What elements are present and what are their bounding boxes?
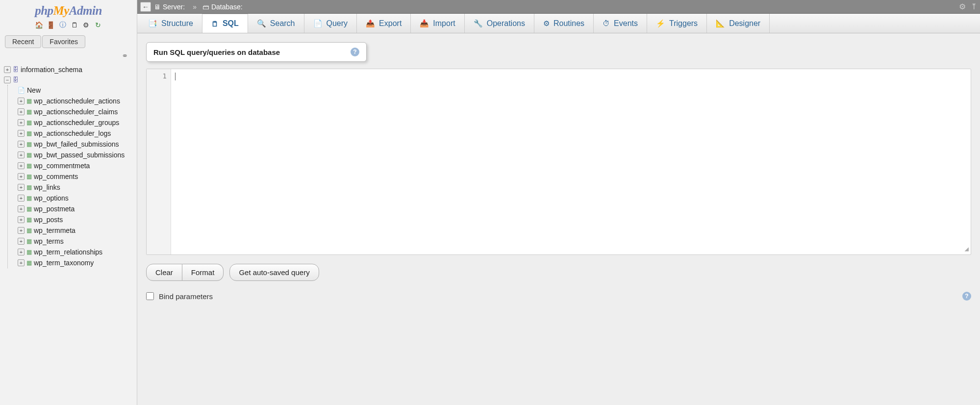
bind-parameters-row: Bind parameters ?: [146, 292, 971, 301]
tab-icon: 📐: [716, 19, 725, 28]
db-node-information-schema[interactable]: + 🗄 information_schema: [4, 64, 137, 75]
table-icon: ▦: [26, 141, 32, 148]
table-icon: ▦: [26, 98, 32, 104]
expand-icon[interactable]: +: [18, 216, 25, 223]
resize-handle-icon[interactable]: ◢: [965, 245, 969, 253]
table-row[interactable]: +▦wp_comments: [18, 171, 137, 182]
cursor-icon: [175, 73, 176, 80]
clear-button[interactable]: Clear: [146, 264, 182, 281]
table-label: wp_term_relationships: [34, 248, 102, 256]
table-row[interactable]: +▦wp_term_relationships: [18, 247, 137, 257]
expand-icon[interactable]: +: [18, 108, 25, 115]
expand-icon[interactable]: +: [18, 259, 25, 266]
expand-icon[interactable]: +: [4, 66, 11, 73]
table-label: wp_actionscheduler_logs: [34, 129, 111, 137]
table-row[interactable]: +▦wp_actionscheduler_actions: [18, 96, 137, 106]
new-table[interactable]: 📄 New: [18, 85, 137, 96]
table-icon: ▦: [26, 108, 32, 115]
favorites-button[interactable]: Favorites: [42, 35, 85, 48]
get-autosaved-button[interactable]: Get auto-saved query: [229, 264, 319, 281]
expand-icon[interactable]: +: [18, 227, 25, 234]
back-button[interactable]: ←: [140, 2, 151, 12]
table-row[interactable]: +▦wp_bwt_passed_submissions: [18, 150, 137, 160]
tab-sql[interactable]: 🗒SQL: [202, 14, 248, 33]
table-label: wp_term_taxonomy: [34, 259, 94, 267]
expand-icon[interactable]: +: [18, 249, 25, 255]
settings-icon[interactable]: ⚙: [82, 21, 91, 29]
expand-icon[interactable]: +: [18, 98, 25, 104]
bind-parameters-checkbox[interactable]: [146, 292, 154, 300]
table-label: wp_commentmeta: [34, 162, 90, 170]
tab-events[interactable]: ⏱Events: [594, 14, 647, 33]
db-label: information_schema: [21, 66, 82, 74]
db-tree: + 🗄 information_schema − 🗄 📄 New +▦wp_ac…: [0, 64, 137, 268]
tab-routines[interactable]: ⚙Routines: [534, 14, 594, 33]
expand-icon[interactable]: +: [18, 173, 25, 180]
expand-icon[interactable]: +: [18, 152, 25, 158]
format-button[interactable]: Format: [182, 264, 224, 281]
expand-icon[interactable]: +: [18, 238, 25, 245]
table-row[interactable]: +▦wp_term_taxonomy: [18, 257, 137, 268]
table-row[interactable]: +▦wp_actionscheduler_claims: [18, 106, 137, 117]
table-icon: ▦: [26, 205, 32, 212]
table-row[interactable]: +▦wp_commentmeta: [18, 160, 137, 171]
expand-icon[interactable]: +: [18, 119, 25, 126]
table-row[interactable]: +▦wp_postmeta: [18, 203, 137, 214]
collapse-top-icon[interactable]: ⤒: [971, 2, 977, 11]
tab-triggers[interactable]: ⚡Triggers: [647, 14, 707, 33]
database-icon: 🗄: [13, 76, 19, 83]
expand-icon[interactable]: +: [18, 162, 25, 169]
link-icon[interactable]: ⚭: [122, 51, 128, 60]
tab-icon: ⏱: [603, 19, 610, 27]
tab-operations[interactable]: 🔧Operations: [465, 14, 534, 33]
help-icon[interactable]: ?: [351, 48, 359, 56]
tab-search[interactable]: 🔍Search: [248, 14, 304, 33]
table-row[interactable]: +▦wp_links: [18, 182, 137, 193]
sql-editor[interactable]: 1 ◢: [146, 69, 971, 255]
tab-structure[interactable]: 📑Structure: [139, 14, 202, 33]
table-row[interactable]: +▦wp_actionscheduler_logs: [18, 128, 137, 139]
main: ← 🖥 Server: » 🗃 Database: ⚙ ⤒ 📑Structure…: [137, 0, 980, 405]
exit-icon[interactable]: 🚪: [47, 21, 55, 29]
logo[interactable]: phpMyAdmin: [0, 0, 137, 20]
db-label: Database:: [211, 3, 243, 11]
table-label: wp_terms: [34, 237, 64, 245]
tab-label: Search: [270, 19, 295, 28]
server-icon: 🖥: [154, 3, 161, 11]
breadcrumb-database[interactable]: 🗃 Database:: [202, 3, 245, 11]
db-node-current[interactable]: − 🗄: [4, 75, 137, 85]
table-row[interactable]: +▦wp_actionscheduler_groups: [18, 117, 137, 128]
expand-icon[interactable]: +: [18, 195, 25, 202]
table-row[interactable]: +▦wp_posts: [18, 214, 137, 225]
tab-icon: ⚙: [543, 19, 550, 28]
table-row[interactable]: +▦wp_options: [18, 193, 137, 203]
logo-my: My: [53, 4, 69, 17]
docs-icon[interactable]: ⓘ: [58, 21, 67, 29]
recent-button[interactable]: Recent: [5, 35, 41, 48]
tab-icon: 🔍: [257, 19, 266, 28]
nav-buttons: Recent Favorites: [0, 33, 137, 50]
table-row[interactable]: +▦wp_bwt_failed_submissions: [18, 139, 137, 150]
home-icon[interactable]: 🏠: [35, 21, 44, 29]
table-icon: ▦: [26, 173, 32, 180]
expand-icon[interactable]: +: [18, 141, 25, 148]
help-icon[interactable]: ?: [962, 292, 971, 301]
expand-icon[interactable]: +: [18, 130, 25, 137]
collapse-icon[interactable]: −: [4, 76, 11, 83]
tab-import[interactable]: 📥Import: [411, 14, 464, 33]
breadcrumb-server[interactable]: 🖥 Server:: [154, 3, 187, 11]
table-icon: ▦: [26, 249, 32, 255]
sidebar: phpMyAdmin 🏠 🚪 ⓘ 🗒 ⚙ ↻ Recent Favorites …: [0, 0, 137, 405]
tab-query[interactable]: 📄Query: [304, 14, 357, 33]
reload-icon[interactable]: ↻: [94, 21, 102, 29]
sql-icon[interactable]: 🗒: [70, 21, 79, 29]
tab-designer[interactable]: 📐Designer: [707, 14, 770, 33]
expand-icon[interactable]: +: [18, 184, 25, 191]
gear-icon[interactable]: ⚙: [959, 2, 966, 11]
table-icon: ▦: [26, 259, 32, 266]
tab-export[interactable]: 📤Export: [357, 14, 411, 33]
editor-textarea[interactable]: ◢: [171, 69, 971, 254]
table-row[interactable]: +▦wp_terms: [18, 236, 137, 247]
table-row[interactable]: +▦wp_termmeta: [18, 225, 137, 236]
expand-icon[interactable]: +: [18, 205, 25, 212]
